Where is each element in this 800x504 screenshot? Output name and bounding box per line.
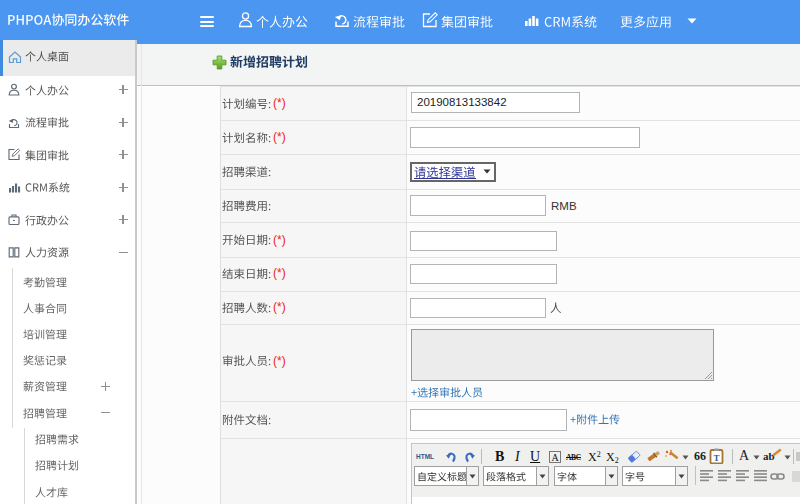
svg-text:T: T <box>713 453 719 463</box>
